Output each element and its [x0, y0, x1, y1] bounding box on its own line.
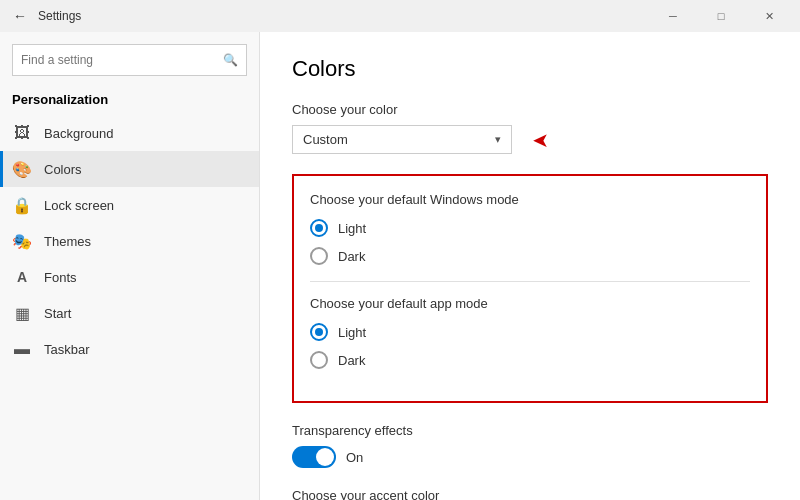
windows-dark-radio[interactable] — [310, 247, 328, 265]
close-button[interactable]: ✕ — [746, 0, 792, 32]
sidebar-item-fonts[interactable]: A Fonts — [0, 259, 259, 295]
sidebar-item-lock-screen[interactable]: 🔒 Lock screen — [0, 187, 259, 223]
background-icon: 🖼 — [12, 123, 32, 143]
transparency-label: Transparency effects — [292, 423, 768, 438]
sidebar-item-label: Start — [44, 306, 71, 321]
windows-light-label: Light — [338, 221, 366, 236]
back-icon: ← — [13, 8, 27, 24]
search-icon: 🔍 — [223, 53, 238, 67]
sidebar-item-label: Themes — [44, 234, 91, 249]
app-mode-radio-group: Light Dark — [310, 323, 750, 369]
main-layout: 🔍 Personalization 🖼 Background 🎨 Colors … — [0, 32, 800, 500]
fonts-icon: A — [12, 267, 32, 287]
sidebar-item-label: Lock screen — [44, 198, 114, 213]
color-dropdown-value: Custom — [303, 132, 348, 147]
windows-dark-label: Dark — [338, 249, 365, 264]
transparency-section: Transparency effects On — [292, 423, 768, 468]
window-controls: ─ □ ✕ — [650, 0, 792, 32]
maximize-button[interactable]: □ — [698, 0, 744, 32]
app-light-radio-dot — [315, 328, 323, 336]
color-picker-row: Custom ▾ ➤ — [292, 125, 768, 154]
app-dark-radio[interactable] — [310, 351, 328, 369]
color-picker-label: Choose your color — [292, 102, 768, 117]
sidebar-item-start[interactable]: ▦ Start — [0, 295, 259, 331]
sidebar-section-title: Personalization — [0, 88, 259, 115]
content-area: Colors Choose your color Custom ▾ ➤ Choo… — [260, 32, 800, 500]
page-title: Colors — [292, 56, 768, 82]
back-button[interactable]: ← — [8, 4, 32, 28]
minimize-button[interactable]: ─ — [650, 0, 696, 32]
app-mode-light[interactable]: Light — [310, 323, 750, 341]
app-light-radio[interactable] — [310, 323, 328, 341]
lock-icon: 🔒 — [12, 195, 32, 215]
colors-icon: 🎨 — [12, 159, 32, 179]
mode-selection-box: Choose your default Windows mode Light D… — [292, 174, 768, 403]
chevron-down-icon: ▾ — [495, 133, 501, 146]
search-box[interactable]: 🔍 — [12, 44, 247, 76]
windows-mode-light[interactable]: Light — [310, 219, 750, 237]
color-dropdown[interactable]: Custom ▾ — [292, 125, 512, 154]
search-input[interactable] — [21, 53, 223, 67]
annotation-arrow: ➤ — [532, 128, 549, 152]
sidebar-item-themes[interactable]: 🎭 Themes — [0, 223, 259, 259]
transparency-state: On — [346, 450, 363, 465]
start-icon: ▦ — [12, 303, 32, 323]
sidebar-item-label: Fonts — [44, 270, 77, 285]
app-mode-label: Choose your default app mode — [310, 296, 750, 311]
sidebar-item-taskbar[interactable]: ▬ Taskbar — [0, 331, 259, 367]
titlebar: ← Settings ─ □ ✕ — [0, 0, 800, 32]
toggle-row: On — [292, 446, 768, 468]
app-mode-dark[interactable]: Dark — [310, 351, 750, 369]
transparency-toggle[interactable] — [292, 446, 336, 468]
sidebar-item-label: Taskbar — [44, 342, 90, 357]
accent-color-label: Choose your accent color — [292, 488, 768, 500]
sidebar: 🔍 Personalization 🖼 Background 🎨 Colors … — [0, 32, 260, 500]
taskbar-icon: ▬ — [12, 339, 32, 359]
windows-light-radio-dot — [315, 224, 323, 232]
sidebar-item-background[interactable]: 🖼 Background — [0, 115, 259, 151]
sidebar-item-colors[interactable]: 🎨 Colors — [0, 151, 259, 187]
windows-mode-dark[interactable]: Dark — [310, 247, 750, 265]
titlebar-title: Settings — [38, 9, 650, 23]
app-light-label: Light — [338, 325, 366, 340]
sidebar-item-label: Background — [44, 126, 113, 141]
app-dark-label: Dark — [338, 353, 365, 368]
windows-light-radio[interactable] — [310, 219, 328, 237]
windows-mode-label: Choose your default Windows mode — [310, 192, 750, 207]
toggle-thumb — [316, 448, 334, 466]
themes-icon: 🎭 — [12, 231, 32, 251]
windows-mode-radio-group: Light Dark — [310, 219, 750, 265]
arrow-annotation: ➤ — [528, 128, 549, 152]
mode-divider — [310, 281, 750, 282]
sidebar-item-label: Colors — [44, 162, 82, 177]
